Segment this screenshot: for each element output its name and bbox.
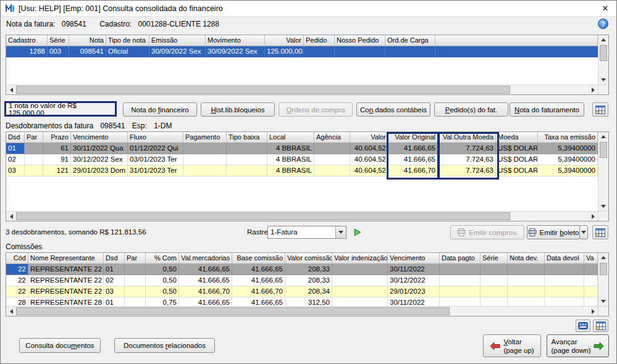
rastrear-select[interactable]: 1-Fatura	[267, 226, 346, 239]
table-row[interactable]: 01 61 30/11/2022 Qua 01/12/2022 Qui 4 BB…	[6, 143, 598, 154]
scroll-right-button[interactable]	[588, 212, 598, 221]
scroll-thumb[interactable]	[16, 212, 510, 220]
cell-base-comissao[interactable]: 41.666,65	[232, 297, 285, 306]
cell-val-mercadorias[interactable]: 41.666,65	[179, 275, 232, 286]
scroll-right-button[interactable]	[588, 307, 598, 316]
cell-data-pagto[interactable]	[440, 275, 481, 286]
close-icon[interactable]: ✕	[594, 1, 616, 16]
column-header-valor[interactable]: Valor	[350, 132, 388, 143]
column-header-nome-representante[interactable]: Nome Representante	[28, 253, 104, 264]
export-grid-button[interactable]	[592, 102, 608, 117]
cell-data-pagto[interactable]	[440, 264, 481, 275]
cell-par[interactable]	[25, 154, 43, 165]
cell-valor-indenizacao[interactable]	[332, 286, 388, 297]
scroll-down-button[interactable]	[598, 75, 608, 85]
cell-valor-original[interactable]: 41.666,70	[388, 165, 438, 176]
column-header-ord-de-carga[interactable]: Ord.de Carga	[385, 35, 435, 46]
column-header-val-outra-moeda[interactable]: Val.Outra Moeda	[438, 132, 496, 143]
cell-base-comissao[interactable]: 41.666,70	[232, 286, 285, 297]
cell-vencimento[interactable]: 29/01/2023 Dom	[71, 165, 128, 176]
cell-emissao[interactable]: 30/09/2022 Sex	[149, 46, 206, 57]
cell-pagamento[interactable]	[183, 165, 227, 176]
cell-local[interactable]: 4 BBRASIL	[267, 143, 314, 154]
cell-base-comissao[interactable]: 41.666,65	[232, 264, 285, 275]
pedidos-do-fat-button[interactable]: Pedido(s) do fat.	[434, 102, 508, 117]
cell-data-devol[interactable]	[545, 275, 584, 286]
scroll-left-button[interactable]	[6, 307, 16, 316]
scroll-left-button[interactable]	[6, 85, 16, 94]
cell-serie[interactable]	[481, 264, 508, 275]
cell-dsd[interactable]: 02	[104, 275, 125, 286]
cell-prazo[interactable]: 121	[43, 165, 71, 176]
cell-pct-com[interactable]: 0,50	[146, 264, 179, 275]
cell-pagamento[interactable]	[183, 154, 227, 165]
cell-serie[interactable]	[481, 275, 508, 286]
export-grid-button[interactable]	[592, 225, 608, 239]
cell-nome-representante[interactable]: REPRESENTANTE 22	[28, 286, 104, 297]
cell-valor-indenizacao[interactable]	[332, 297, 388, 306]
emitir-boleto-button[interactable]: Emitir boleto	[527, 225, 580, 239]
nota-do-faturamento-button[interactable]: Nota do faturamento	[510, 102, 584, 117]
cell-dsd[interactable]: 02	[6, 154, 25, 165]
cell-val-outra-moeda[interactable]: 7.724,63	[438, 143, 496, 154]
scroll-up-button[interactable]	[598, 35, 608, 44]
column-header-serie[interactable]: Série	[481, 253, 508, 264]
cell-vencimento[interactable]: 30/12/2022	[388, 275, 440, 286]
cell-nosso-pedido[interactable]	[335, 46, 385, 57]
cell-valor-original[interactable]: 41.666,65	[388, 154, 438, 165]
cell-nome-representante[interactable]: REPRESENTANTE 22	[28, 264, 104, 275]
cell-va[interactable]	[584, 275, 598, 286]
column-header-fluxo[interactable]: Fluxo	[128, 132, 183, 143]
cell-cod[interactable]: 22	[6, 286, 28, 297]
table-row[interactable]: 28 REPRESENTANTE 28 01 0,75 41.666,65 41…	[6, 297, 598, 306]
scroll-track[interactable]	[510, 212, 589, 221]
column-header-prazo[interactable]: Prazo	[43, 132, 71, 143]
cell-valor[interactable]: 40.604,52	[350, 143, 388, 154]
cell-serie[interactable]: 003	[48, 46, 69, 57]
cell-tipo-baixa[interactable]	[227, 143, 267, 154]
horizontal-scrollbar[interactable]	[6, 306, 608, 316]
cell-vencimento[interactable]: 30/11/2022 Qua	[71, 143, 128, 154]
cell-par[interactable]	[125, 297, 146, 306]
table-row[interactable]: 22 REPRESENTANTE 22 02 0,50 41.666,65 41…	[6, 275, 598, 286]
cell-vencimento[interactable]: 30/12/2022 Sex	[71, 154, 128, 165]
cell-dsd[interactable]: 01	[104, 264, 125, 275]
cell-dsd[interactable]: 03	[104, 286, 125, 297]
cell-valor[interactable]: 40.604,52	[350, 165, 388, 176]
column-header-pct-com[interactable]: % Com	[146, 253, 179, 264]
scroll-track[interactable]	[598, 276, 608, 297]
horizontal-scrollbar[interactable]	[6, 211, 608, 221]
cell-par[interactable]	[125, 275, 146, 286]
column-header-pedido[interactable]: Pedido	[304, 35, 335, 46]
cell-agencia[interactable]	[314, 154, 350, 165]
cell-valor-comissao[interactable]: 208,33	[285, 275, 332, 286]
cell-local[interactable]: 4 BBRASIL	[267, 154, 314, 165]
scroll-up-button[interactable]	[598, 253, 608, 262]
vertical-scrollbar[interactable]	[598, 35, 608, 85]
cell-dsd[interactable]: 01	[104, 297, 125, 306]
scroll-track[interactable]	[450, 307, 588, 316]
horizontal-scrollbar[interactable]	[6, 85, 608, 94]
cell-data-devol[interactable]	[545, 297, 584, 306]
export-grid-button[interactable]	[593, 320, 608, 332]
cell-local[interactable]: 4 BBRASIL	[267, 165, 314, 176]
hist-lib-bloqueios-button[interactable]: Hist.lib.bloqueios	[201, 102, 275, 117]
vertical-scrollbar[interactable]	[598, 253, 608, 306]
column-header-dsd[interactable]: Dsd	[104, 253, 125, 264]
cell-nota-dev[interactable]	[508, 264, 545, 275]
cell-nome-representante[interactable]: REPRESENTANTE 22	[28, 275, 104, 286]
cell-nome-representante[interactable]: REPRESENTANTE 28	[28, 297, 104, 306]
column-header-serie[interactable]: Série	[48, 35, 69, 46]
cell-valor-comissao[interactable]: 312,50	[285, 297, 332, 306]
nota-do-financeiro-button[interactable]: Nota do financeiro	[123, 102, 197, 117]
column-header-cadastro[interactable]: Cadastro	[6, 35, 48, 46]
scroll-right-button[interactable]	[588, 85, 598, 94]
column-header-vencimento[interactable]: Vencimento	[388, 253, 440, 264]
cell-tipo-baixa[interactable]	[227, 154, 267, 165]
column-header-valor-indenizacao[interactable]: Valor indenização	[332, 253, 388, 264]
emitir-boleto-dropdown-button[interactable]	[579, 225, 588, 239]
cell-valor-indenizacao[interactable]	[332, 264, 388, 275]
column-header-local[interactable]: Local	[267, 132, 314, 143]
voltar-button[interactable]: Voltar (page up)	[483, 334, 541, 357]
column-header-tipo-de-nota[interactable]: Tipo de nota	[106, 35, 149, 46]
